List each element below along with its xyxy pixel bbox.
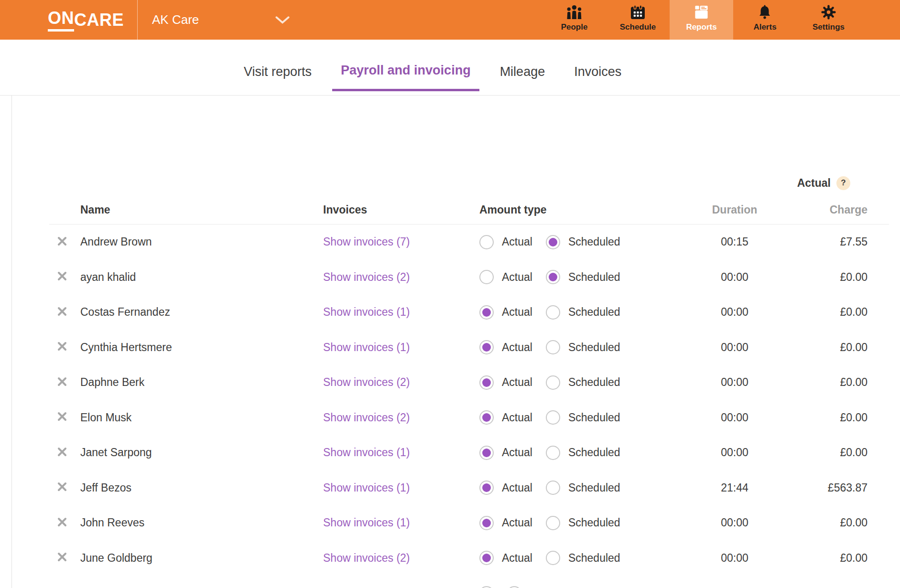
payroll-content: Actual ? Name Invoices Amount type Durat… [0, 96, 900, 588]
nav-item-reports[interactable]: Reports [670, 0, 733, 40]
show-invoices-link[interactable]: Show invoices (1) [323, 481, 410, 494]
radio-scheduled[interactable] [546, 516, 560, 530]
show-invoices-link[interactable]: Show invoices (1) [323, 516, 410, 529]
duration-value: 00:00 [692, 376, 777, 389]
column-header-invoices: Invoices [323, 203, 479, 216]
radio-scheduled[interactable] [546, 446, 560, 460]
remove-row-button[interactable] [57, 447, 67, 457]
row-name: Jeff Bezos [80, 481, 323, 494]
radio-actual[interactable] [479, 375, 494, 390]
radio-scheduled[interactable] [546, 235, 560, 249]
show-invoices-link[interactable]: Show invoices (7) [323, 235, 410, 248]
show-invoices-link[interactable]: Show invoices (1) [323, 446, 410, 459]
close-icon [57, 481, 67, 492]
radio-actual[interactable] [479, 446, 494, 460]
radio-actual[interactable] [479, 481, 494, 495]
amount-option-label: Scheduled [568, 516, 620, 529]
tab-label: Invoices [574, 64, 621, 79]
table-row: Janet Sarpong Show invoices (1) Actual S… [49, 435, 889, 470]
tab-payroll-and-invoicing[interactable]: Payroll and invoicing [332, 40, 479, 91]
tab-visit-reports[interactable]: Visit reports [235, 40, 320, 91]
tab-invoices[interactable]: Invoices [565, 40, 630, 91]
table-row: Elon Musk Show invoices (2) Actual Sched… [49, 400, 889, 436]
close-icon [57, 306, 67, 317]
nav-item-alerts[interactable]: Alerts [733, 0, 797, 40]
org-name: AK Care [152, 12, 199, 27]
remove-row-button[interactable] [57, 517, 67, 527]
amount-option-scheduled[interactable]: Scheduled [546, 551, 620, 565]
remove-row-button[interactable] [57, 481, 67, 492]
amount-option-scheduled[interactable]: Scheduled [546, 481, 620, 495]
radio-actual[interactable] [479, 516, 494, 530]
amount-option-scheduled[interactable]: Scheduled [546, 446, 620, 460]
amount-option-actual[interactable]: Actual [479, 410, 532, 425]
row-name: Elon Musk [80, 411, 323, 424]
remove-row-button[interactable] [57, 376, 67, 387]
nav-item-settings[interactable]: Settings [797, 0, 860, 40]
amount-option-label: Actual [502, 271, 532, 284]
amount-option-actual[interactable]: Actual [479, 235, 532, 249]
remove-row-button[interactable] [57, 271, 67, 281]
radio-scheduled[interactable] [507, 586, 521, 588]
show-invoices-link[interactable]: Show invoices (2) [323, 376, 410, 388]
show-invoices-link[interactable]: Show invoices (2) [323, 411, 410, 424]
radio-scheduled[interactable] [546, 305, 560, 320]
remove-row-button[interactable] [57, 341, 67, 352]
amount-option-label: Scheduled [568, 271, 620, 284]
remove-row-button[interactable] [57, 411, 67, 422]
radio-actual[interactable] [479, 235, 494, 249]
radio-actual[interactable] [479, 305, 494, 320]
org-selector-dropdown[interactable]: AK Care [152, 0, 290, 40]
amount-option-label: Scheduled [568, 306, 620, 319]
amount-option-actual[interactable]: Actual [479, 375, 532, 390]
amount-option-actual[interactable]: Actual [479, 270, 532, 284]
radio-actual[interactable] [479, 410, 494, 425]
nav-item-people[interactable]: People [542, 0, 606, 40]
remove-row-button[interactable] [57, 552, 67, 562]
amount-option-scheduled[interactable]: Scheduled [546, 340, 620, 354]
amount-option-scheduled[interactable]: Scheduled [546, 516, 620, 530]
amount-option-scheduled[interactable]: Scheduled [546, 375, 620, 390]
radio-scheduled[interactable] [546, 551, 560, 565]
remove-row-button[interactable] [57, 236, 67, 246]
table-body: Andrew Brown Show invoices (7) Actual Sc… [49, 225, 889, 576]
amount-option-label: Scheduled [568, 235, 620, 248]
show-invoices-link[interactable]: Show invoices (2) [323, 552, 410, 564]
table-row: Daphne Berk Show invoices (2) Actual Sch… [49, 365, 889, 400]
amount-option-actual[interactable]: Actual [479, 446, 532, 460]
actual-label: Actual [797, 177, 831, 190]
radio-actual[interactable] [479, 551, 494, 565]
amount-option-actual[interactable]: Actual [479, 516, 532, 530]
nav-item-label: Schedule [620, 22, 656, 32]
radio-actual[interactable] [479, 270, 494, 284]
amount-option-actual[interactable]: Actual [479, 340, 532, 354]
show-invoices-link[interactable]: Show invoices (1) [323, 306, 410, 318]
remove-row-button[interactable] [57, 306, 67, 317]
top-navigation-bar: ONCARE AK Care [0, 0, 900, 40]
radio-scheduled[interactable] [546, 340, 560, 354]
radio-scheduled[interactable] [546, 481, 560, 495]
amount-option-scheduled[interactable]: Scheduled [546, 305, 620, 320]
show-invoices-link[interactable]: Show invoices (2) [323, 271, 410, 283]
amount-option-scheduled[interactable]: Scheduled [546, 270, 620, 284]
radio-scheduled[interactable] [546, 410, 560, 425]
amount-option-scheduled[interactable]: Scheduled [546, 235, 620, 249]
radio-scheduled[interactable] [546, 270, 560, 284]
show-invoices-link[interactable]: Show invoices (1) [323, 341, 410, 353]
radio-actual[interactable] [479, 586, 494, 588]
row-name: Cynthia Hertsmere [80, 341, 323, 354]
help-icon[interactable]: ? [836, 176, 850, 190]
column-header-amount-type: Amount type [479, 203, 692, 216]
duration-value: 00:00 [692, 341, 777, 354]
nav-item-label: Reports [686, 22, 716, 32]
tab-label: Payroll and invoicing [341, 63, 471, 78]
radio-scheduled[interactable] [546, 375, 560, 390]
amount-option-actual[interactable]: Actual [479, 551, 532, 565]
tab-mileage[interactable]: Mileage [491, 40, 554, 91]
nav-item-schedule[interactable]: Schedule [606, 0, 670, 40]
amount-option-scheduled[interactable]: Scheduled [546, 410, 620, 425]
amount-option-actual[interactable]: Actual [479, 481, 532, 495]
duration-value: 00:00 [692, 411, 777, 424]
amount-option-actual[interactable]: Actual [479, 305, 532, 320]
radio-actual[interactable] [479, 340, 494, 354]
